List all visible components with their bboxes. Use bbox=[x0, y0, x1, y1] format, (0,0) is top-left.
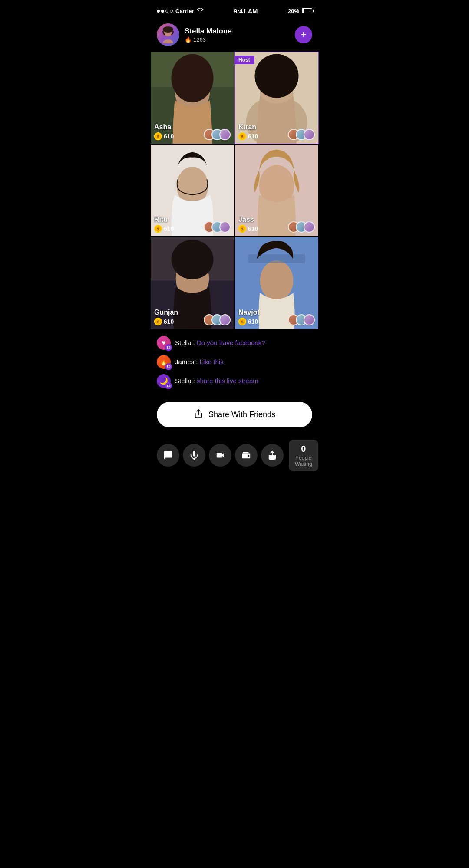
wallet-button[interactable] bbox=[235, 444, 258, 467]
status-time: 9:41 AM bbox=[234, 7, 258, 15]
mic-icon bbox=[189, 450, 199, 460]
svg-text:$: $ bbox=[157, 227, 159, 231]
cell-coins-ritu: $ 610 bbox=[154, 225, 174, 233]
stack-avatar-j3 bbox=[304, 221, 315, 233]
cell-coins-navjot: $ 610 bbox=[238, 318, 260, 326]
chat-sender-2: James : bbox=[175, 358, 200, 365]
carrier-label: Carrier bbox=[175, 8, 194, 14]
cell-name-kiran: Kiran bbox=[238, 123, 258, 131]
svg-text:$: $ bbox=[241, 320, 243, 324]
cell-bottom-kiran: Kiran $ 610 bbox=[238, 123, 315, 140]
cell-info-ritu: Ritu $ 610 bbox=[154, 216, 174, 233]
svg-rect-36 bbox=[248, 254, 305, 263]
cell-bottom-asha: Asha $ 610 bbox=[154, 123, 231, 140]
profile-score: 🔥 1263 bbox=[185, 36, 290, 43]
coin-icon-kiran: $ bbox=[238, 132, 246, 140]
cell-coins-kiran: $ 610 bbox=[238, 132, 258, 140]
coin-value-kiran: 610 bbox=[248, 133, 258, 140]
score-value: 1263 bbox=[193, 36, 206, 43]
video-cell-ritu[interactable]: Ritu $ 610 bbox=[151, 145, 234, 236]
cell-bottom-navjot: Navjot $ 610 bbox=[238, 309, 315, 326]
wallet-icon bbox=[241, 450, 251, 460]
stack-avatar-k3 bbox=[304, 129, 315, 140]
stack-avatar-3 bbox=[219, 129, 231, 140]
svg-point-5 bbox=[171, 54, 213, 102]
coin-value-jass: 610 bbox=[248, 225, 258, 232]
cell-info-jass: Jass $ 610 bbox=[238, 216, 258, 233]
chat-avatar-badge-1: ♥ 12 bbox=[157, 336, 171, 350]
camera-button[interactable] bbox=[209, 444, 231, 467]
add-button[interactable]: + bbox=[295, 26, 312, 43]
avatar-stack-ritu bbox=[204, 221, 231, 233]
status-right: 20% bbox=[288, 8, 312, 14]
video-cell-kiran[interactable]: Host Kiran $ 610 bbox=[235, 52, 318, 144]
cell-name-jass: Jass bbox=[238, 216, 258, 224]
cell-info-gunjan: Gunjan $ 610 bbox=[154, 309, 178, 326]
svg-point-1 bbox=[163, 26, 173, 33]
video-cell-jass[interactable]: Jass $ 610 bbox=[235, 145, 318, 236]
chat-message-1: ♥ 12 Stella : Do you have facebook? bbox=[157, 336, 312, 350]
chat-text-2: James : Like this bbox=[175, 358, 224, 365]
chat-text-1: Stella : Do you have facebook? bbox=[175, 339, 265, 346]
stack-avatar-g3 bbox=[219, 314, 231, 326]
chat-button[interactable] bbox=[157, 444, 179, 467]
chat-avatar-badge-2: 🔥 12 bbox=[157, 355, 171, 369]
coin-value-navjot: 610 bbox=[248, 318, 258, 325]
svg-text:$: $ bbox=[157, 320, 159, 324]
svg-point-35 bbox=[260, 260, 294, 301]
camera-icon bbox=[215, 450, 225, 460]
profile-name: Stella Malone bbox=[185, 27, 290, 36]
cell-coins-jass: $ 610 bbox=[238, 225, 258, 233]
chat-badge-3: 12 bbox=[165, 382, 172, 389]
signal-dot-3 bbox=[165, 10, 168, 13]
host-badge: Host bbox=[235, 56, 254, 64]
status-bar: Carrier 9:41 AM 20% bbox=[150, 0, 319, 19]
share-with-friends-button[interactable]: Share With Friends bbox=[157, 402, 312, 427]
cell-coins-asha: $ 610 bbox=[154, 132, 174, 140]
bottom-bar: 0 People Waiting bbox=[150, 434, 319, 480]
share-bottom-button[interactable] bbox=[261, 444, 284, 467]
chat-text-3: Stella : share this live stream bbox=[175, 377, 258, 385]
stack-avatar-r3 bbox=[219, 221, 231, 233]
chat-message-text-1: Do you have facebook? bbox=[197, 339, 265, 346]
chat-section: ♥ 12 Stella : Do you have facebook? 🔥 12… bbox=[150, 329, 319, 398]
wifi-icon bbox=[197, 8, 204, 13]
avatar-stack-navjot bbox=[288, 314, 315, 326]
chat-avatar-badge-3: 🌙 12 bbox=[157, 374, 171, 388]
cell-name-asha: Asha bbox=[154, 123, 174, 131]
cell-coins-gunjan: $ 610 bbox=[154, 318, 178, 326]
avatar-stack-jass bbox=[288, 221, 315, 233]
svg-point-12 bbox=[254, 54, 298, 98]
video-cell-asha[interactable]: Asha $ 610 bbox=[151, 52, 234, 144]
svg-point-41 bbox=[248, 455, 250, 457]
status-left: Carrier bbox=[157, 8, 204, 14]
chat-sender-1: Stella : bbox=[175, 339, 197, 346]
signal-dot-1 bbox=[157, 10, 160, 13]
svg-text:$: $ bbox=[241, 227, 243, 231]
battery-fill bbox=[302, 9, 304, 13]
avatar-stack-asha bbox=[204, 129, 231, 140]
avatar-stack-gunjan bbox=[204, 314, 231, 326]
coin-icon-jass: $ bbox=[238, 225, 246, 233]
profile-info: Stella Malone 🔥 1263 bbox=[185, 27, 290, 43]
video-grid: Asha $ 610 Host bbox=[150, 52, 319, 329]
chat-message-2: 🔥 12 James : Like this bbox=[157, 355, 312, 369]
cell-bottom-gunjan: Gunjan $ 610 bbox=[154, 309, 231, 326]
signal-indicator bbox=[157, 10, 173, 13]
avatar-stack-kiran bbox=[288, 129, 315, 140]
people-waiting-count: 0 bbox=[295, 444, 312, 454]
chat-sender-3: Stella : bbox=[175, 377, 197, 385]
avatar bbox=[157, 23, 179, 46]
share-button-label: Share With Friends bbox=[208, 410, 275, 419]
cell-bottom-ritu: Ritu $ 610 bbox=[154, 216, 231, 233]
video-cell-navjot[interactable]: Navjot $ 610 bbox=[235, 237, 318, 329]
microphone-button[interactable] bbox=[183, 444, 205, 467]
signal-dot-4 bbox=[170, 10, 173, 13]
svg-text:$: $ bbox=[241, 135, 243, 139]
video-cell-gunjan[interactable]: Gunjan $ 610 bbox=[151, 237, 234, 329]
people-waiting-label: People Waiting bbox=[295, 455, 312, 467]
cell-info-kiran: Kiran $ 610 bbox=[238, 123, 258, 140]
coin-icon-gunjan: $ bbox=[154, 318, 162, 326]
cell-bottom-jass: Jass $ 610 bbox=[238, 216, 315, 233]
chat-badge-2: 12 bbox=[165, 363, 172, 370]
